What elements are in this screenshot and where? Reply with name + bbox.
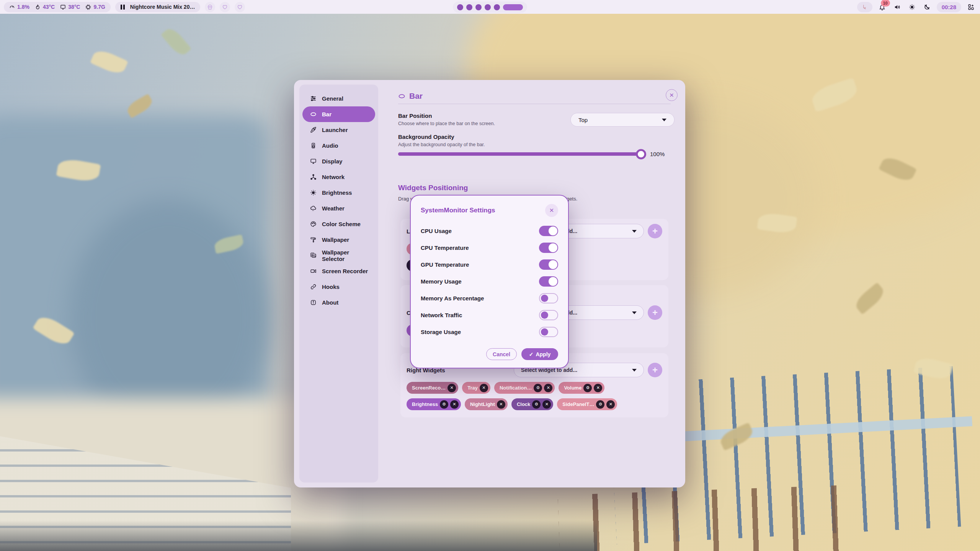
sidebar-item-label: Wallpaper Selector xyxy=(322,249,371,262)
nightlight-button[interactable] xyxy=(922,2,932,12)
widget-chip[interactable]: Notification… ⚙ ✕ xyxy=(494,382,555,394)
bar-oval-icon xyxy=(398,93,405,100)
cpu-usage-toggle[interactable] xyxy=(539,226,558,236)
media-player-pill[interactable]: Nightcore Music Mix 20… xyxy=(115,2,201,12)
chevron-down-icon xyxy=(632,311,637,314)
sidebar-item-hooks[interactable]: Hooks xyxy=(302,279,375,295)
remove-icon[interactable]: ✕ xyxy=(594,384,602,392)
window-close-button[interactable]: ✕ xyxy=(666,89,678,101)
apps-dashboard-icon[interactable] xyxy=(966,2,976,12)
widget-chip[interactable]: NightLight ✕ xyxy=(465,398,508,410)
pause-icon xyxy=(121,5,125,10)
monitor-icon xyxy=(310,158,317,165)
remove-icon[interactable]: ✕ xyxy=(542,400,551,409)
toggle-row-memory-usage: Memory Usage xyxy=(421,273,558,290)
sidebar-item-launcher[interactable]: Launcher xyxy=(302,122,375,138)
widget-chip[interactable]: Clock ⚙ ✕ xyxy=(511,398,553,410)
add-widget-button[interactable]: + xyxy=(648,363,662,377)
widget-chip[interactable]: Brightness ⚙ ✕ xyxy=(407,398,461,410)
workspace-indicator[interactable] xyxy=(453,2,527,13)
workspace-dot[interactable] xyxy=(485,4,491,10)
remove-icon[interactable]: ✕ xyxy=(450,400,459,409)
page-title: Bar xyxy=(409,91,423,101)
sidebar-item-label: Color Scheme xyxy=(322,221,361,227)
memory-as-percentage-toggle[interactable] xyxy=(539,293,558,303)
memory-usage-toggle[interactable] xyxy=(539,276,558,287)
gear-icon[interactable]: ⚙ xyxy=(596,400,604,409)
widget-chip[interactable]: ScreenReco… ✕ xyxy=(407,382,458,394)
gear-icon[interactable]: ⚙ xyxy=(583,384,592,392)
workspace-dot[interactable] xyxy=(466,4,472,10)
gear-icon[interactable]: ⚙ xyxy=(532,400,541,409)
sidebar-item-audio[interactable]: Audio xyxy=(302,138,375,153)
brightness-button[interactable] xyxy=(907,2,917,12)
remove-icon[interactable]: ✕ xyxy=(480,384,488,392)
sidebar-item-weather[interactable]: Weather xyxy=(302,201,375,216)
network-traffic-toggle[interactable] xyxy=(539,310,558,320)
remove-icon[interactable]: ✕ xyxy=(448,384,456,392)
notifications-button[interactable]: 10 xyxy=(877,2,887,12)
sidebar-item-general[interactable]: General xyxy=(302,91,375,106)
desktop: 1.8% 43°C 38°C 9.7G Nightcore Music Mix … xyxy=(0,0,980,551)
volume-button[interactable] xyxy=(892,2,902,12)
widgets-positioning-title: Widgets Positioning xyxy=(398,184,468,192)
gear-icon[interactable]: ⚙ xyxy=(534,384,542,392)
slider-knob[interactable] xyxy=(636,149,646,159)
sidebar-item-network[interactable]: Network xyxy=(302,169,375,185)
link-icon xyxy=(310,284,317,290)
toggle-row-cpu-usage: CPU Usage xyxy=(421,222,558,239)
cpu-temperature-toggle[interactable] xyxy=(539,243,558,253)
video-camera-icon xyxy=(310,268,317,274)
remove-icon[interactable]: ✕ xyxy=(497,400,505,409)
sidebar-item-about[interactable]: About xyxy=(302,295,375,310)
bar-position-setting: Bar Position Choose where to place the b… xyxy=(398,112,671,126)
skull-icon[interactable] xyxy=(205,2,215,12)
sidebar-item-label: Screen Recorder xyxy=(322,268,368,274)
sidebar-item-wallpaper[interactable]: Wallpaper xyxy=(302,232,375,248)
workspace-active-pill[interactable] xyxy=(503,4,523,10)
dialog-close-button[interactable]: ✕ xyxy=(545,204,558,217)
sidebar-item-label: Launcher xyxy=(322,127,348,133)
sidebar-item-brightness[interactable]: Brightness xyxy=(302,185,375,201)
cancel-button[interactable]: Cancel xyxy=(486,348,517,360)
notification-badge: 10 xyxy=(881,0,890,7)
clock[interactable]: 00:28 xyxy=(937,2,961,12)
storage-usage-toggle[interactable] xyxy=(539,327,558,337)
add-widget-button[interactable]: + xyxy=(648,224,662,238)
apply-button[interactable]: ✓Apply xyxy=(521,348,558,360)
heart-icon[interactable] xyxy=(235,2,245,12)
opacity-slider[interactable] xyxy=(398,152,645,156)
flame-icon xyxy=(35,4,41,10)
sidebar-item-label: About xyxy=(322,299,338,306)
gear-icon[interactable]: ⚙ xyxy=(440,400,448,409)
gauge-icon xyxy=(9,4,15,10)
cpu-usage-stat: 1.8% xyxy=(9,4,29,10)
tray-app-icon[interactable] xyxy=(857,2,872,12)
opacity-value: 100% xyxy=(650,151,665,157)
sidebar-item-display[interactable]: Display xyxy=(302,153,375,169)
widget-chip[interactable]: SidePanelT… ⚙ ✕ xyxy=(557,398,617,410)
workspace-dot[interactable] xyxy=(457,4,463,10)
sidebar-item-screen-recorder[interactable]: Screen Recorder xyxy=(302,263,375,279)
palette-icon xyxy=(310,221,317,227)
workspace-dot[interactable] xyxy=(475,4,482,10)
widget-chip[interactable]: Volume ⚙ ✕ xyxy=(559,382,604,394)
sidebar-item-wallpaper-selector[interactable]: Wallpaper Selector xyxy=(302,248,375,263)
page-header: Bar ✕ xyxy=(398,88,671,104)
remove-icon[interactable]: ✕ xyxy=(606,400,615,409)
add-widget-button[interactable]: + xyxy=(648,305,662,320)
system-stats-pill[interactable]: 1.8% 43°C 38°C 9.7G xyxy=(4,2,111,12)
cloud-rain-icon xyxy=(310,205,317,212)
gpu-temperature-toggle[interactable] xyxy=(539,259,558,270)
sidebar-item-label: General xyxy=(322,95,343,102)
heart-icon[interactable] xyxy=(220,2,230,12)
display-icon xyxy=(60,4,66,10)
remove-icon[interactable]: ✕ xyxy=(544,384,552,392)
sidebar-item-label: Brightness xyxy=(322,189,352,196)
bar-position-dropdown[interactable]: Top xyxy=(570,113,675,127)
workspace-dot[interactable] xyxy=(494,4,500,10)
settings-sidebar: General Bar Launcher Audio Display Netwo… xyxy=(299,85,378,483)
sidebar-item-bar[interactable]: Bar xyxy=(302,106,375,122)
widget-chip[interactable]: Tray ✕ xyxy=(462,382,490,394)
sidebar-item-color-scheme[interactable]: Color Scheme xyxy=(302,216,375,232)
